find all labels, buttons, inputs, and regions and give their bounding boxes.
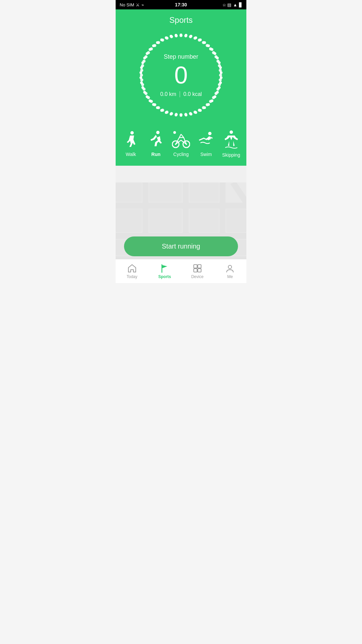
me-label: Me — [227, 274, 233, 279]
svg-point-83 — [150, 100, 153, 103]
activity-skipping[interactable]: Skipping — [221, 130, 241, 158]
svg-point-52 — [189, 35, 192, 38]
svg-point-97 — [157, 41, 160, 44]
svg-point-89 — [140, 74, 143, 77]
calories-value: 0.0 kcal — [183, 91, 202, 97]
svg-point-59 — [215, 55, 218, 58]
svg-point-54 — [198, 39, 201, 42]
svg-point-73 — [193, 111, 196, 114]
svg-point-94 — [147, 51, 150, 54]
svg-rect-120 — [189, 182, 219, 202]
status-right: ⍾ ▤ ▲ ▊ — [223, 2, 242, 7]
svg-rect-123 — [189, 209, 219, 232]
activity-row: Walk Run — [116, 127, 246, 166]
status-time: 17:30 — [175, 2, 187, 7]
green-curve — [116, 166, 246, 182]
svg-point-110 — [230, 130, 233, 134]
step-count: 0 — [160, 63, 202, 87]
sports-label: Sports — [158, 274, 171, 279]
activity-run[interactable]: Run — [146, 131, 166, 157]
svg-point-69 — [209, 100, 212, 103]
today-icon — [127, 264, 137, 273]
status-bar: No SIM ⚔ ⌁ 17:30 ⍾ ▤ ▲ ▊ — [116, 0, 246, 9]
svg-point-72 — [198, 109, 201, 112]
svg-rect-133 — [194, 265, 197, 268]
svg-rect-121 — [116, 209, 142, 232]
svg-point-71 — [202, 106, 205, 109]
nav-today[interactable]: Today — [116, 264, 148, 279]
swim-icon — [197, 131, 215, 149]
svg-point-56 — [206, 44, 209, 47]
circle-content: Step number 0 0.0 km 0.0 kcal — [160, 53, 202, 97]
svg-point-84 — [147, 96, 150, 99]
usb2-icon: ⌁ — [141, 2, 144, 7]
svg-point-61 — [218, 64, 221, 67]
svg-point-58 — [212, 51, 215, 54]
svg-point-67 — [215, 92, 218, 95]
today-label: Today — [127, 274, 137, 279]
svg-point-99 — [166, 37, 169, 40]
start-running-button[interactable]: Start running — [124, 236, 238, 256]
activity-walk[interactable]: Walk — [121, 131, 141, 157]
svg-rect-136 — [198, 269, 201, 272]
svg-point-64 — [219, 78, 222, 82]
page-title: Sports — [116, 9, 246, 32]
svg-point-98 — [161, 39, 164, 42]
svg-point-74 — [189, 112, 192, 115]
wifi-icon: ▲ — [233, 2, 237, 7]
svg-point-103 — [156, 131, 160, 134]
svg-point-77 — [175, 113, 178, 116]
svg-point-95 — [150, 47, 153, 50]
svg-rect-122 — [149, 209, 182, 232]
activity-swim[interactable]: Swim — [196, 131, 216, 157]
nav-device[interactable]: Device — [181, 264, 214, 279]
green-section: Sports (function(){ const svg = document… — [116, 9, 246, 182]
svg-point-57 — [209, 47, 212, 50]
svg-point-96 — [153, 44, 156, 47]
cycling-icon — [172, 131, 190, 149]
sports-icon — [160, 264, 169, 273]
svg-point-76 — [180, 113, 183, 116]
svg-point-137 — [228, 265, 232, 269]
svg-point-102 — [130, 131, 134, 135]
usb-icon: ⚔ — [136, 2, 140, 7]
svg-point-85 — [144, 92, 147, 95]
step-counter-circle: (function(){ const svg = document.curren… — [137, 32, 225, 119]
svg-point-91 — [141, 64, 144, 67]
svg-point-90 — [140, 69, 143, 72]
svg-rect-119 — [149, 182, 182, 202]
svg-point-101 — [175, 34, 178, 37]
walk-label: Walk — [126, 152, 136, 157]
svg-point-93 — [144, 55, 147, 58]
vibrate-icon: ▤ — [227, 2, 231, 7]
svg-point-104 — [173, 131, 176, 134]
bluetooth-icon: ⍾ — [223, 2, 226, 7]
nav-sports[interactable]: Sports — [148, 264, 181, 279]
activity-cycling[interactable]: Cycling — [171, 131, 191, 157]
run-icon — [148, 131, 164, 149]
svg-point-82 — [153, 103, 156, 106]
bottom-nav: Today Sports Device Me — [116, 259, 246, 283]
svg-point-88 — [140, 78, 143, 82]
svg-rect-124 — [226, 209, 246, 232]
svg-point-81 — [157, 106, 160, 109]
walk-icon — [123, 131, 139, 149]
svg-point-80 — [161, 109, 164, 112]
svg-point-79 — [166, 111, 169, 114]
nav-me[interactable]: Me — [214, 264, 247, 279]
svg-point-100 — [170, 35, 173, 38]
svg-point-62 — [219, 69, 222, 72]
run-label: Run — [152, 152, 161, 157]
svg-point-50 — [180, 34, 183, 37]
svg-rect-134 — [198, 265, 201, 268]
svg-point-60 — [217, 60, 220, 63]
svg-point-70 — [206, 103, 209, 106]
swim-label: Swim — [200, 152, 212, 157]
svg-point-68 — [212, 96, 215, 99]
step-label: Step number — [160, 53, 202, 60]
no-sim-text: No SIM — [120, 2, 134, 7]
battery-icon: ▊ — [239, 2, 242, 7]
svg-point-53 — [193, 37, 196, 40]
cycling-label: Cycling — [173, 152, 189, 157]
svg-point-92 — [142, 60, 145, 63]
